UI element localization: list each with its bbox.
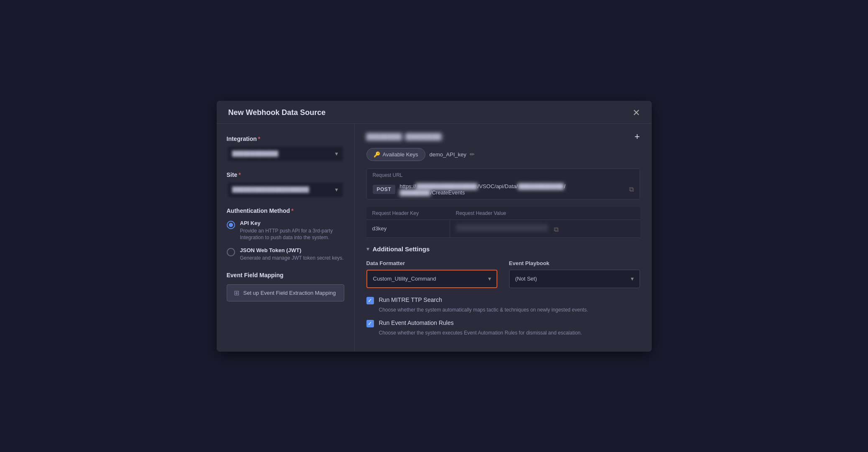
event-field-section: Event Field Mapping ⊞ Set up Event Field… [227,272,344,301]
new-webhook-modal: New Webhook Data Source ✕ Integration* █… [217,101,652,352]
efm-button[interactable]: ⊞ Set up Event Field Extraction Mapping [227,284,344,301]
request-url-section: Request URL POST https://███████████████… [366,169,640,199]
url-suffix: /CreateEvents [430,189,465,196]
site-select[interactable]: ████████████████████ [227,181,344,198]
automation-checkmark: ✓ [368,321,372,326]
additional-settings-heading: Additional Settings [373,245,430,253]
automation-checkbox-label: Run Event Automation Rules [379,319,454,326]
header-value-col: Request Header Value [450,207,640,220]
url-slash: / [564,183,566,189]
header-key-value: d3key [366,220,450,237]
url-path: /VSOC/api/Data/ [478,183,518,189]
auth-api-key-label: API Key [240,220,344,226]
event-field-label: Event Field Mapping [227,272,344,278]
api-key-display: demo_API_key ✏ [430,151,475,158]
auth-jwt-label: JSON Web Token (JWT) [240,247,344,253]
available-keys-label: Available Keys [383,151,418,158]
automation-checkbox-desc: Choose whether the system executes Event… [379,330,640,336]
keys-row: 🔑 Available Keys demo_API_key ✏ [366,148,640,161]
url-host: ████████████████ [416,183,477,189]
right-panel: ████████ (████████) + 🔑 Available Keys d… [355,124,652,352]
modal-body: Integration* ████████████ ▼ Site* ██████… [217,124,652,352]
request-url-row: POST https://████████████████/VSOC/api/D… [367,180,640,199]
integration-display-name: ████████ (████████) [366,133,443,140]
chevron-down-icon: ▾ [366,245,369,252]
mitre-checkmark: ✓ [368,298,372,303]
event-playbook-col: Event Playbook (Not Set) ▼ [509,260,640,288]
integration-header: ████████ (████████) + [366,132,640,141]
header-key-col: Request Header Key [366,207,450,220]
auth-option-api-key[interactable]: API Key Provide an HTTP push API for a 3… [227,220,344,242]
additional-settings: ▾ Additional Settings Data Formatter Cus… [366,245,640,336]
additional-settings-toggle[interactable]: ▾ Additional Settings [366,245,640,253]
automation-checkbox[interactable]: ✓ [366,320,374,327]
data-formatter-select[interactable]: Custom_Utility_Command [366,270,497,288]
table-icon: ⊞ [234,289,239,297]
header-value-cell: ⧉ [450,220,640,237]
radio-jwt[interactable] [227,248,235,256]
site-select-wrapper: ████████████████████ ▼ [227,181,344,198]
mitre-checkbox-label: Run MITRE TTP Search [379,296,442,303]
radio-api-key[interactable] [227,221,235,229]
modal-header: New Webhook Data Source ✕ [217,101,652,124]
header-row: d3key ⧉ [366,220,640,237]
auth-jwt-desc: Generate and manage JWT token secret key… [240,255,344,262]
efm-button-label: Set up Event Field Extraction Mapping [243,290,336,296]
auth-api-key-text: API Key Provide an HTTP push API for a 3… [240,220,344,242]
header-table: Request Header Key Request Header Value … [366,207,640,238]
auth-method-title: Authentication Method* [227,207,344,214]
data-formatter-col: Data Formatter Custom_Utility_Command ▼ [366,260,497,288]
request-url-label: Request URL [367,169,640,180]
automation-checkbox-row: ✓ Run Event Automation Rules [366,319,640,327]
site-label: Site* [227,171,344,178]
available-keys-button[interactable]: 🔑 Available Keys [366,148,425,161]
key-icon: 🔑 [374,151,380,158]
url-site-id: ████████ [399,189,430,196]
event-playbook-label: Event Playbook [509,260,640,266]
formatter-select-wrapper: Custom_Utility_Command ▼ [366,270,497,288]
api-key-name: demo_API_key [430,151,466,158]
integration-select-wrapper: ████████████ ▼ [227,146,344,162]
copy-header-icon[interactable]: ⧉ [554,226,558,233]
integration-select[interactable]: ████████████ [227,146,344,162]
auth-jwt-text: JSON Web Token (JWT) Generate and manage… [240,247,344,262]
close-button[interactable]: ✕ [632,108,640,117]
url-tenant: ████████████ [518,183,564,189]
settings-row: Data Formatter Custom_Utility_Command ▼ … [366,260,640,288]
add-button[interactable]: + [635,132,640,141]
data-formatter-label: Data Formatter [366,260,497,266]
copy-url-icon[interactable]: ⧉ [629,186,634,193]
auth-option-jwt[interactable]: JSON Web Token (JWT) Generate and manage… [227,247,344,262]
auth-api-key-desc: Provide an HTTP push API for a 3rd-party… [240,227,344,242]
header-value-blurred [456,224,548,232]
left-panel: Integration* ████████████ ▼ Site* ██████… [217,124,355,352]
mitre-checkbox-row: ✓ Run MITRE TTP Search [366,296,640,304]
mitre-checkbox-desc: Choose whether the system automatically … [379,307,640,313]
integration-label: Integration* [227,135,344,142]
edit-icon[interactable]: ✏ [470,151,475,158]
event-playbook-select[interactable]: (Not Set) [509,270,640,288]
playbook-select-wrapper: (Not Set) ▼ [509,270,640,288]
modal-title: New Webhook Data Source [228,108,326,117]
url-prefix: https:// [399,183,416,189]
url-text: https://████████████████/VSOC/api/Data/█… [399,183,625,196]
radio-api-key-fill [229,223,233,227]
mitre-checkbox[interactable]: ✓ [366,297,374,304]
post-badge: POST [373,185,396,194]
